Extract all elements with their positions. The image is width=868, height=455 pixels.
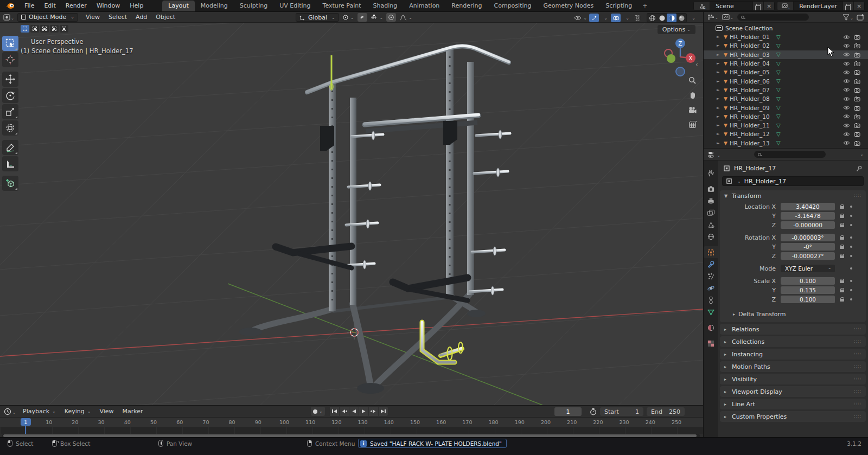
- animate-decorator[interactable]: [850, 289, 852, 291]
- hide-in-viewport-icon[interactable]: [843, 114, 850, 119]
- outliner-object-row[interactable]: ► ▼ HR_Holder_01 ▽: [704, 33, 868, 41]
- blender-logo-icon[interactable]: [5, 2, 15, 10]
- menubar-item[interactable]: Render: [61, 1, 92, 11]
- workspace-tab[interactable]: Modeling: [195, 1, 234, 11]
- tab-particles[interactable]: [704, 270, 718, 282]
- render-layer-unlink-button[interactable]: ×: [853, 2, 864, 10]
- timeline-menu-item[interactable]: Marker: [118, 407, 148, 416]
- outliner-search[interactable]: [737, 14, 809, 21]
- menubar-item[interactable]: Edit: [39, 1, 60, 11]
- gizmos-toggle[interactable]: [589, 14, 599, 22]
- disable-in-render-icon[interactable]: [854, 123, 860, 128]
- disable-in-render-icon[interactable]: [854, 69, 860, 75]
- tab-output[interactable]: [704, 195, 718, 207]
- outliner-object-row[interactable]: ► ▼ HR_Holder_03 ▽: [704, 50, 868, 59]
- sidebar-collapse-arrow[interactable]: ‹: [695, 61, 698, 68]
- hide-in-viewport-icon[interactable]: [843, 61, 850, 66]
- viewport-menu-item[interactable]: Select: [104, 12, 131, 22]
- animate-decorator[interactable]: [850, 246, 852, 248]
- select-mode-intersect[interactable]: [60, 25, 68, 33]
- stopwatch-icon[interactable]: [590, 408, 597, 417]
- animate-decorator[interactable]: [850, 280, 852, 282]
- play-reverse-button[interactable]: [349, 407, 359, 416]
- shading-solid-button[interactable]: [657, 14, 667, 22]
- expand-arrow-icon[interactable]: ►: [717, 43, 722, 48]
- outliner-object-row[interactable]: ► ▼ HR_Holder_11 ▽: [704, 121, 868, 130]
- panel-grip[interactable]: ∷∷: [854, 389, 861, 394]
- tab-modifiers[interactable]: [704, 258, 718, 270]
- properties-search[interactable]: [754, 151, 826, 158]
- timeline-menu-item[interactable]: Playback: [18, 407, 60, 416]
- disable-in-render-icon[interactable]: [854, 105, 860, 111]
- panel-header[interactable]: ▸ Viewport Display ∷∷: [720, 386, 866, 397]
- field-value[interactable]: XYZ Euler: [781, 265, 835, 272]
- outliner-object-row[interactable]: ► ▼ HR_Holder_04 ▽: [704, 59, 868, 68]
- play-button[interactable]: [359, 407, 368, 416]
- field-value[interactable]: -0°: [781, 243, 835, 251]
- expand-arrow-icon[interactable]: ►: [717, 88, 722, 92]
- object-name-field[interactable]: ⌄ HR_Holder_17: [722, 176, 864, 186]
- menubar-item[interactable]: Help: [125, 1, 148, 11]
- tab-constraints[interactable]: [704, 294, 718, 306]
- breadcrumb-object-name[interactable]: HR_Holder_17: [734, 165, 776, 172]
- playhead[interactable]: 1: [21, 418, 31, 426]
- panel-grip[interactable]: ∷∷: [854, 414, 861, 419]
- pin-icon[interactable]: [856, 165, 863, 172]
- expand-arrow-icon[interactable]: ►: [717, 61, 722, 66]
- disable-in-render-icon[interactable]: [854, 87, 860, 93]
- timeline-menu-item[interactable]: Keying: [60, 407, 95, 416]
- hide-in-viewport-icon[interactable]: [843, 43, 850, 48]
- menubar-item[interactable]: Window: [92, 1, 125, 11]
- tab-material[interactable]: [704, 322, 718, 334]
- hide-in-viewport-icon[interactable]: [843, 35, 850, 40]
- outliner-object-row[interactable]: ► ▼ HR_Holder_10 ▽: [704, 112, 868, 121]
- hide-in-viewport-icon[interactable]: [843, 105, 850, 110]
- lock-icon[interactable]: [840, 288, 845, 292]
- next-keyframe-button[interactable]: [369, 407, 378, 416]
- disable-in-render-icon[interactable]: [854, 131, 860, 137]
- workspace-tab[interactable]: Scripting: [599, 1, 638, 11]
- outliner-display-mode-selector[interactable]: ⌄: [722, 14, 734, 21]
- pan-hand-icon[interactable]: [687, 89, 698, 100]
- expand-arrow-icon[interactable]: ►: [717, 132, 722, 136]
- jump-to-start-button[interactable]: [330, 407, 339, 416]
- viewport-menu-item[interactable]: Add: [131, 12, 151, 22]
- delta-transform-row[interactable]: ▸ Delta Transform: [720, 309, 866, 322]
- panel-header[interactable]: ▸ Motion Paths ∷∷: [720, 361, 866, 372]
- render-layer-icon[interactable]: ⌄: [777, 2, 794, 10]
- expand-arrow-icon[interactable]: ►: [717, 123, 722, 127]
- panel-header[interactable]: ▸ Collections ∷∷: [720, 336, 866, 347]
- expand-arrow-icon[interactable]: ►: [717, 35, 722, 39]
- lock-icon[interactable]: [840, 245, 845, 249]
- workspace-tab[interactable]: Rendering: [445, 1, 488, 11]
- workspace-tab[interactable]: Shading: [367, 1, 404, 11]
- gizmos-options-selector[interactable]: ⌄: [600, 14, 610, 22]
- disable-in-render-icon[interactable]: [854, 140, 860, 146]
- select-mode-subtract[interactable]: [40, 25, 49, 33]
- field-value[interactable]: 0.135: [781, 286, 835, 294]
- proportional-falloff-selector[interactable]: ⌄: [398, 13, 413, 22]
- tab-texture[interactable]: [704, 337, 718, 349]
- outliner-filter-button[interactable]: ⌄: [843, 14, 853, 21]
- xray-toggle[interactable]: [633, 14, 642, 22]
- menubar-item[interactable]: File: [20, 1, 39, 11]
- expand-arrow-icon[interactable]: ►: [717, 70, 722, 74]
- panel-header[interactable]: ▸ Relations ∷∷: [720, 324, 866, 335]
- properties-editor-type-selector[interactable]: ⌄: [708, 151, 721, 158]
- render-layer-copy-button[interactable]: [843, 2, 853, 10]
- tool-annotate[interactable]: [2, 140, 18, 155]
- ortho-toggle-icon[interactable]: [687, 119, 698, 130]
- lock-icon[interactable]: [840, 204, 845, 209]
- properties-options-selector[interactable]: ⌄: [860, 152, 864, 157]
- transform-orientation-selector[interactable]: Global ⌄: [296, 13, 339, 22]
- tool-transform[interactable]: [2, 120, 18, 136]
- disable-in-render-icon[interactable]: [854, 79, 860, 84]
- timeline-menu-item[interactable]: View: [95, 407, 118, 416]
- outliner-object-row[interactable]: ► ▼ HR_Holder_08 ▽: [704, 94, 868, 103]
- outliner-object-row[interactable]: ► ▼ HR_Holder_13 ▽: [704, 139, 868, 148]
- animate-decorator[interactable]: [850, 298, 852, 300]
- panel-header[interactable]: ▸ Instancing ∷∷: [720, 349, 866, 360]
- scene-collection-row[interactable]: Scene Collection: [704, 24, 868, 33]
- panel-grip[interactable]: ∷∷: [854, 376, 861, 382]
- editor-type-selector[interactable]: ⌄: [3, 14, 15, 21]
